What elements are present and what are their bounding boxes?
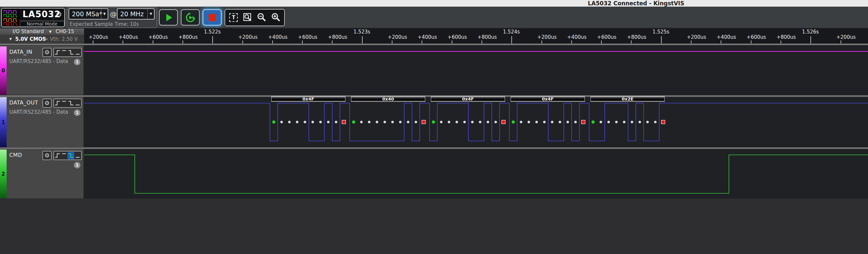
start-button[interactable] [159, 9, 178, 26]
window-title: LA5032 Connected - KingstVIS [588, 0, 684, 7]
chevron-down-icon: ▼ [49, 29, 52, 35]
expected-sample-time: Expected Sample Time: 10s [69, 21, 139, 27]
trigger-high-icon[interactable] [61, 152, 67, 159]
ruler-tick [840, 40, 841, 44]
stop-square-icon [209, 14, 216, 21]
ruler-tick [212, 36, 213, 44]
zoom-in-button[interactable] [270, 12, 281, 23]
ruler-tick [571, 40, 572, 44]
decoder-count-badge[interactable]: 1 [74, 59, 81, 65]
logo-wave-icon [3, 22, 18, 26]
decode-byte-box[interactable]: 0x4F [511, 96, 585, 102]
ruler-label: +200us [831, 34, 861, 40]
loop-acquisition-button[interactable] [181, 9, 200, 26]
ruler-tick [601, 40, 602, 44]
decoder-label: UART/RS232/485 - Data [9, 58, 68, 64]
ruler-label: +200us [382, 34, 412, 40]
ruler-label: +800us [173, 34, 203, 40]
chevron-down-icon: ▼ [9, 35, 12, 44]
ruler-label: 1.526s [796, 29, 825, 35]
zoom-out-icon [257, 12, 267, 23]
channel-number: 0 [2, 68, 5, 74]
trigger-rising-icon[interactable] [54, 100, 61, 107]
ruler-tick [362, 36, 363, 44]
trigger-rising-icon[interactable] [54, 49, 61, 56]
channel-color-stripe: 0 [0, 47, 7, 95]
ruler-tick [691, 40, 691, 44]
chevron-down-icon[interactable]: ▼ [101, 9, 107, 19]
channel-card-cmd[interactable]: 2CMD⚙1 [0, 149, 84, 199]
ruler-label: +600us [592, 34, 622, 40]
trigger-low-icon[interactable] [74, 49, 81, 56]
channel-settings-gear-icon[interactable]: ⚙ [42, 98, 52, 108]
stop-button[interactable] [203, 9, 222, 26]
sample-frequency-select[interactable]: 20 MHz ▼ [117, 8, 155, 20]
ruler-label: 1.525s [646, 29, 676, 35]
device-settings-gear-icon[interactable]: ⚙ [53, 10, 63, 20]
ruler-label: +400us [113, 34, 143, 40]
channel-card-data-in[interactable]: 0DATA_IN⚙UART/RS232/485 - Data1 [0, 46, 84, 95]
zoom-selection-icon [243, 12, 253, 23]
trigger-falling-icon[interactable] [67, 49, 74, 56]
ruler-tick [482, 40, 482, 44]
ruler-label: +600us [293, 34, 322, 40]
text-selection-tool[interactable]: T [228, 12, 239, 23]
decode-byte-box[interactable]: 0x2E [590, 96, 665, 102]
decode-byte-box[interactable]: 0x4F [431, 96, 505, 102]
ruler-tick [153, 40, 153, 44]
channel-settings-gear-icon[interactable]: ⚙ [42, 151, 52, 160]
trigger-low-icon[interactable] [74, 152, 81, 159]
decoder-label: UART/RS232/485 - Data [9, 109, 68, 115]
ruler-label: +800us [472, 34, 502, 40]
loop-play-icon [185, 12, 196, 23]
trigger-falling-icon[interactable] [67, 100, 74, 107]
channel-number: 2 [2, 171, 5, 177]
decode-byte-box[interactable]: 0x40 [351, 96, 425, 102]
trigger-high-icon[interactable] [61, 100, 67, 107]
window-titlebar[interactable]: LA5032 Connected - KingstVIS [0, 0, 868, 7]
logo-wave-icon [3, 18, 18, 22]
ruler-label: +400us [711, 34, 741, 40]
ruler-label: +400us [412, 34, 442, 40]
trigger-rising-icon[interactable] [54, 152, 61, 159]
channel-name: DATA_OUT [9, 100, 38, 106]
separator[interactable] [0, 147, 868, 149]
device-mode[interactable]: Normal Mode [20, 21, 64, 27]
ruler-label: +200us [532, 34, 562, 40]
ruler-tick [511, 36, 512, 44]
voltage-standard-header[interactable]: ▼ 5.0V CMOS -> Vth: 2.50 V [0, 35, 84, 44]
chevron-down-icon[interactable]: ▼ [147, 9, 154, 19]
zoom-out-button[interactable] [256, 12, 267, 23]
t-selection-icon: T [229, 13, 238, 22]
ruler-tick [242, 40, 243, 44]
io-standard-header[interactable]: I/O Standard ▼ CH0-15 [0, 29, 84, 35]
channel-controls: ⚙ [42, 151, 82, 160]
vth-label: -> Vth: 2.50 V [42, 35, 78, 44]
channel-number: 1 [2, 119, 5, 125]
ruler-tick [332, 40, 333, 44]
channel-color-stripe: 2 [0, 149, 7, 198]
trigger-high-icon[interactable] [61, 49, 67, 56]
ruler-label: +200us [84, 34, 113, 40]
zoom-selection-tool[interactable] [242, 12, 253, 23]
ruler-tick [302, 40, 303, 44]
zoom-in-icon [271, 12, 281, 23]
decoder-count-badge[interactable]: 1 [74, 162, 81, 168]
decode-byte-box[interactable]: 0x4F [271, 96, 345, 102]
decoder-count-badge[interactable]: 1 [74, 109, 81, 116]
separator [0, 44, 868, 46]
view-tools-group: T [224, 9, 285, 26]
trigger-low-icon[interactable] [74, 100, 81, 107]
trigger-falling-icon[interactable] [67, 152, 74, 159]
ruler-tick [541, 40, 542, 44]
sample-rate-select[interactable]: 200 MSa* ▼ [68, 8, 108, 20]
device-block[interactable]: LA5032 ⚙ Normal Mode [1, 8, 65, 27]
ruler-label: +400us [263, 34, 293, 40]
timeline-ruler[interactable]: +200us+400us+600us+800us1.522s+200us+400… [84, 29, 868, 44]
ruler-tick [781, 40, 781, 44]
channel-range-label: CH0-15 [56, 29, 74, 35]
waveform-area[interactable] [84, 44, 868, 199]
ruler-label: +600us [742, 34, 771, 40]
channel-card-data-out[interactable]: 1DATA_OUT⚙UART/RS232/485 - Data1 [0, 97, 84, 147]
channel-settings-gear-icon[interactable]: ⚙ [42, 48, 52, 57]
